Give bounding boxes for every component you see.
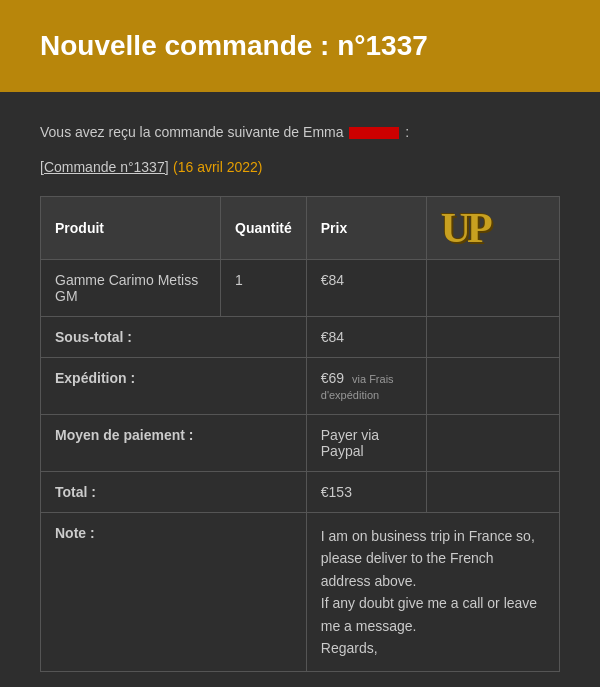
col-header-product: Produit — [41, 197, 221, 260]
note-value-cell: I am on business trip in France so, plea… — [306, 513, 559, 672]
intro-text: Vous avez reçu la commande suivante de E… — [40, 124, 344, 140]
intro-paragraph: Vous avez reçu la commande suivante de E… — [40, 122, 560, 143]
table-header-row: Produit Quantité Prix UP — [41, 197, 560, 260]
shipping-row: Expédition : €69 via Frais d'expédition — [41, 358, 560, 415]
product-price: €84 — [306, 260, 426, 317]
shipping-label: Expédition : — [41, 358, 307, 415]
note-text: I am on business trip in France so, plea… — [321, 525, 545, 659]
payment-row: Moyen de paiement : Payer via Paypal — [41, 415, 560, 472]
total-label: Total : — [41, 472, 307, 513]
payment-spacer — [426, 415, 559, 472]
product-quantity: 1 — [221, 260, 307, 317]
order-date: (16 avril 2022) — [173, 159, 263, 175]
note-label: Note : — [41, 513, 307, 672]
total-spacer — [426, 472, 559, 513]
subtotal-spacer — [426, 317, 559, 358]
logo-cell: UP — [426, 197, 559, 260]
content-area: Vous avez reçu la commande suivante de E… — [0, 92, 600, 687]
redacted-name — [349, 127, 399, 139]
order-link-line: [Commande n°1337] (16 avril 2022) — [40, 158, 560, 176]
shipping-spacer — [426, 358, 559, 415]
product-logo-spacer — [426, 260, 559, 317]
payment-label: Moyen de paiement : — [41, 415, 307, 472]
total-value: €153 — [306, 472, 426, 513]
total-row: Total : €153 — [41, 472, 560, 513]
header-banner: Nouvelle commande : n°1337 — [0, 0, 600, 92]
subtotal-value: €84 — [306, 317, 426, 358]
shipping-value-cell: €69 via Frais d'expédition — [306, 358, 426, 415]
subtotal-label: Sous-total : — [41, 317, 307, 358]
page-title: Nouvelle commande : n°1337 — [40, 30, 560, 62]
subtotal-row: Sous-total : €84 — [41, 317, 560, 358]
product-name: Gamme Carimo Metiss GM — [41, 260, 221, 317]
note-row: Note : I am on business trip in France s… — [41, 513, 560, 672]
order-table: Produit Quantité Prix UP Gamme Carimo Me… — [40, 196, 560, 672]
col-header-quantity: Quantité — [221, 197, 307, 260]
intro-suffix: : — [405, 124, 409, 140]
up-logo: UP — [441, 207, 489, 249]
order-link[interactable]: [Commande n°1337] — [40, 159, 169, 175]
payment-value: Payer via Paypal — [306, 415, 426, 472]
col-header-price: Prix — [306, 197, 426, 260]
shipping-price: €69 — [321, 370, 344, 386]
table-row: Gamme Carimo Metiss GM 1 €84 — [41, 260, 560, 317]
